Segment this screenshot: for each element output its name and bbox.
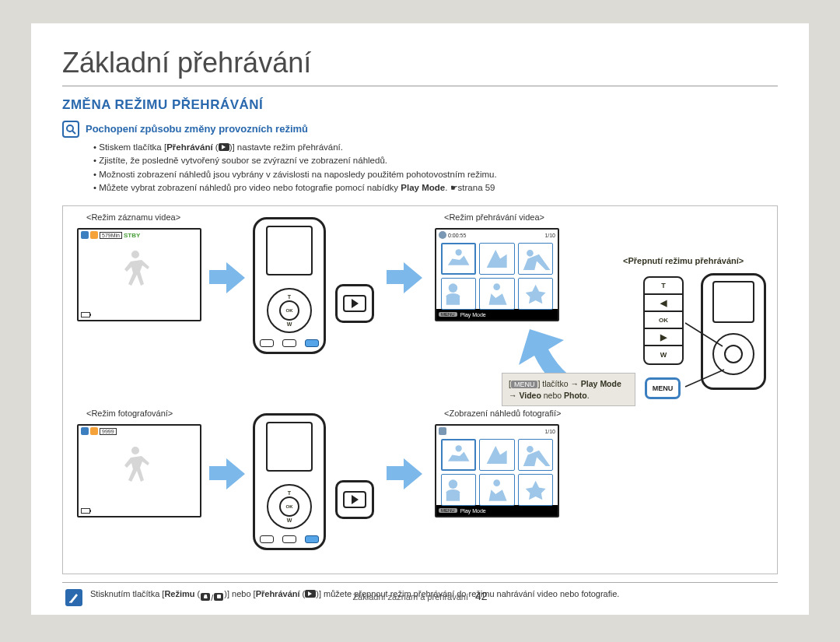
page-footer: Základní záznam a přehrávání 42 [31,590,809,602]
play-time: 0:00:55 [448,233,466,238]
label-video-play: <Režim přehrávání videa> [444,212,544,222]
sub-heading: Pochopení způsobu změny provozních režim… [86,121,308,138]
subhead-row: Pochopení způsobu změny provozních režim… [62,121,778,138]
dpad: T W OK [267,288,312,333]
svg-point-2 [449,283,458,293]
photo-count: 9999 [100,428,117,435]
card-icon [81,231,89,239]
page-number: 42 [475,590,488,602]
svg-line-1 [72,131,75,134]
bullet-item: Zjistíte, že posledně vytvořený soubor s… [93,154,778,167]
playmode-label: Play Mode [460,312,486,317]
counter: 1/10 [544,429,555,434]
arrow-right-icon [385,261,424,295]
footer-text: Základní záznam a přehrávání [352,592,468,602]
photo-mode-icon [439,427,446,435]
svg-line-3 [685,323,723,346]
playmode-label: Play Mode [460,508,486,514]
diagram: <Režim záznamu videa> <Režim přehrávání … [62,205,778,574]
bullet-list: Stiskem tlačítka [Přehrávání ()] nastavt… [62,141,778,195]
dpad: T W OK [267,484,312,529]
manual-page: Základní přehrávání ZMĚNA REŽIMU PŘEHRÁV… [31,23,809,615]
battery-icon [81,312,90,317]
connector-line [682,315,729,393]
divider [62,86,778,86]
bullet-item: Můžete vybrat zobrazení náhledů pro vide… [93,181,778,195]
bullet-item: Možnosti zobrazení náhledů jsou vybrány … [93,168,778,181]
zoom-control: T ◀ OK ▶ W [643,276,684,365]
label-photo-thumb: <Zobrazení náhledů fotografií> [444,409,561,418]
time-remaining: 579Min [100,232,122,239]
hand-icon: ☛ [450,183,458,192]
page-title: Základní přehrávání [62,47,778,79]
arrow-right-icon [208,457,247,491]
play-icon [219,143,229,151]
card-icon [81,427,89,435]
stby-label: STBY [124,232,140,239]
switch-mode-label: <Přepnutí režimu přehrávání> [623,256,744,265]
counter: 1/10 [544,233,555,238]
menu-chip: MENU [439,312,457,317]
menu-button-callout: MENU [645,377,681,399]
figure-silhouette [120,247,151,294]
play-button-callout [335,480,374,519]
device-buttons [255,339,324,347]
tip-box: [MENU] tlačítko → Play Mode → Video nebo… [502,373,635,406]
figure-silhouette [120,444,151,490]
arrow-right-icon [385,457,424,491]
svg-point-0 [67,125,73,132]
arrow-right-icon [208,261,247,295]
globe-icon [439,231,446,239]
lcd-video-thumbnails: 0:00:55 1/10 MENUPlay Mode [435,228,559,321]
device-buttons [255,535,324,543]
lcd-photo-record: 9999 [77,424,201,517]
svg-line-4 [685,370,724,387]
menu-chip: MENU [511,381,538,388]
battery-icon [81,508,90,514]
device-illustration: T W OK [253,413,326,550]
label-video-rec: <Režim záznamu videa> [86,212,180,222]
divider [62,582,778,583]
label-photo-rec: <Režim fotografování> [86,409,173,418]
photo-icon [90,427,98,435]
play-button-callout [335,284,374,323]
section-heading: ZMĚNA REŽIMU PŘEHRÁVÁNÍ [62,97,778,113]
svg-point-5 [449,479,458,489]
menu-chip: MENU [439,508,457,513]
lcd-photo-thumbnails: 1/10 MENUPlay Mode [435,424,559,517]
lcd-video-record: 579Min STBY [77,228,201,321]
device-illustration: T W OK [253,217,326,354]
rec-icon [90,231,98,239]
bullet-item: Stiskem tlačítka [Přehrávání ()] nastavt… [93,141,778,154]
magnify-icon [62,121,79,138]
